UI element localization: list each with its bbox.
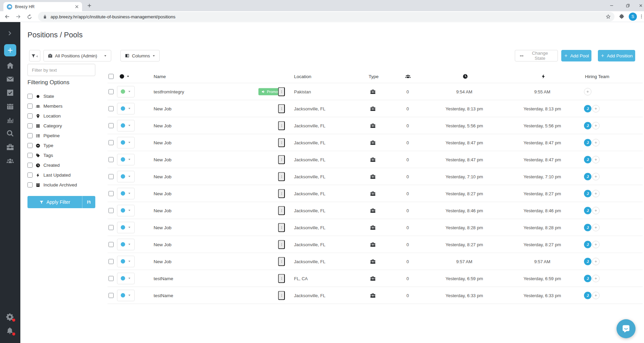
row-checkbox[interactable] [109, 259, 114, 264]
add-team-member-button[interactable] [592, 105, 600, 112]
window-restore-button[interactable] [622, 0, 633, 11]
header-hiring-team[interactable]: Hiring Team [585, 74, 609, 79]
sidebar-item-settings[interactable] [6, 313, 14, 321]
header-updated-icon[interactable] [541, 74, 546, 79]
save-filter-button[interactable] [82, 196, 95, 208]
state-dropdown[interactable] [117, 103, 135, 114]
sidebar-item-candidates[interactable] [6, 157, 14, 165]
row-menu-button[interactable] [278, 172, 285, 181]
position-name[interactable]: New Job [154, 123, 172, 128]
add-team-member-button[interactable] [592, 173, 600, 180]
row-menu-button[interactable] [278, 206, 285, 215]
filter-checkbox[interactable] [27, 94, 33, 99]
hiring-team-avatar[interactable]: J [584, 105, 591, 112]
row-checkbox[interactable] [109, 208, 114, 213]
header-type[interactable]: Type [369, 74, 378, 79]
add-team-member-button[interactable] [592, 139, 600, 146]
state-dropdown[interactable] [117, 171, 135, 182]
state-dropdown[interactable] [117, 188, 135, 199]
position-name[interactable]: New Job [154, 157, 172, 162]
row-menu-button[interactable] [278, 87, 285, 96]
filter-text-input[interactable] [27, 64, 95, 76]
add-team-member-button[interactable] [592, 207, 600, 214]
row-menu-button[interactable] [278, 138, 285, 147]
row-checkbox[interactable] [109, 293, 114, 298]
state-dropdown[interactable] [117, 205, 135, 216]
hiring-team-avatar[interactable]: J [584, 190, 591, 197]
sidebar-item-calendar[interactable] [6, 102, 14, 110]
filter-checkbox[interactable] [27, 153, 33, 158]
add-position-button[interactable]: Add Position [598, 50, 635, 61]
bookmark-star-icon[interactable] [605, 14, 611, 20]
add-team-member-button[interactable] [592, 156, 600, 163]
row-checkbox[interactable] [109, 106, 114, 111]
hiring-team-avatar[interactable]: J [584, 224, 591, 231]
sidebar-item-expand[interactable] [7, 30, 14, 37]
columns-dropdown[interactable]: Columns [120, 50, 160, 61]
row-menu-button[interactable] [278, 223, 285, 232]
row-checkbox[interactable] [109, 225, 114, 230]
row-checkbox[interactable] [109, 191, 114, 196]
position-name[interactable]: New Job [154, 259, 172, 264]
sidebar-item-inbox[interactable] [6, 75, 14, 83]
sidebar-item-notifications[interactable] [6, 327, 14, 335]
sidebar-item-tasks[interactable] [6, 89, 14, 97]
state-dropdown[interactable] [117, 273, 135, 284]
state-dropdown[interactable] [117, 256, 135, 267]
hiring-team-avatar[interactable]: J [584, 122, 591, 129]
change-state-button[interactable]: Change State [515, 50, 558, 61]
position-name[interactable]: New Job [154, 208, 172, 213]
apply-filter-main[interactable]: Apply Filter [27, 196, 82, 208]
row-checkbox[interactable] [109, 174, 114, 179]
header-location[interactable]: Location [294, 74, 311, 79]
filter-checkbox[interactable] [27, 104, 33, 109]
hiring-team-avatar[interactable]: J [584, 156, 591, 163]
add-pool-button[interactable]: Add Pool [561, 50, 591, 61]
position-name[interactable]: New Job [154, 106, 172, 111]
hiring-team-avatar[interactable]: J [584, 258, 591, 265]
sidebar-item-quick-add[interactable] [4, 44, 16, 56]
state-dropdown[interactable] [117, 222, 135, 233]
row-checkbox[interactable] [109, 242, 114, 247]
add-team-member-button[interactable] [592, 292, 600, 299]
add-team-member-button[interactable] [592, 241, 600, 248]
sidebar-item-positions[interactable] [6, 143, 14, 151]
address-bar[interactable]: app.breezy.hr/app/c/institute-of-busines… [38, 12, 614, 21]
position-name[interactable]: New Job [154, 174, 172, 179]
hiring-team-avatar[interactable]: J [584, 173, 591, 180]
add-team-member-button[interactable] [584, 88, 591, 95]
position-name[interactable]: testName [154, 276, 173, 281]
add-team-member-button[interactable] [592, 224, 600, 231]
add-team-member-button[interactable] [592, 275, 600, 282]
window-close-button[interactable] [635, 0, 644, 11]
add-team-member-button[interactable] [592, 190, 600, 197]
filter-checkbox[interactable] [27, 113, 33, 119]
position-name[interactable]: New Job [154, 225, 172, 230]
browser-tab[interactable]: Breezy HR [3, 2, 82, 11]
positions-view-dropdown[interactable]: All Positions (Admin) [43, 50, 111, 61]
row-menu-button[interactable] [278, 257, 285, 266]
header-name[interactable]: Name [154, 74, 166, 79]
position-name[interactable]: testfromIntegry [154, 89, 184, 94]
hiring-team-avatar[interactable]: J [584, 207, 591, 214]
row-checkbox[interactable] [109, 89, 114, 94]
filter-checkbox[interactable] [27, 123, 33, 128]
add-team-member-button[interactable] [592, 258, 600, 265]
hiring-team-avatar[interactable]: J [584, 275, 591, 282]
row-menu-button[interactable] [278, 240, 285, 249]
filter-checkbox[interactable] [27, 133, 33, 138]
filter-checkbox[interactable] [27, 163, 33, 168]
row-menu-button[interactable] [278, 155, 285, 164]
sidebar-item-home[interactable] [6, 61, 14, 70]
caret-down-icon[interactable] [126, 75, 130, 78]
new-tab-button[interactable] [87, 3, 92, 8]
apply-filter-button[interactable]: Apply Filter [27, 196, 95, 208]
add-team-member-button[interactable] [592, 122, 600, 129]
row-menu-button[interactable] [278, 291, 285, 300]
filter-checkbox[interactable] [27, 173, 33, 178]
browser-menu-icon[interactable] [639, 14, 644, 19]
state-dropdown[interactable] [117, 86, 135, 97]
state-dropdown[interactable] [117, 120, 135, 131]
state-dropdown[interactable] [117, 239, 135, 250]
header-created-icon[interactable] [463, 74, 468, 79]
